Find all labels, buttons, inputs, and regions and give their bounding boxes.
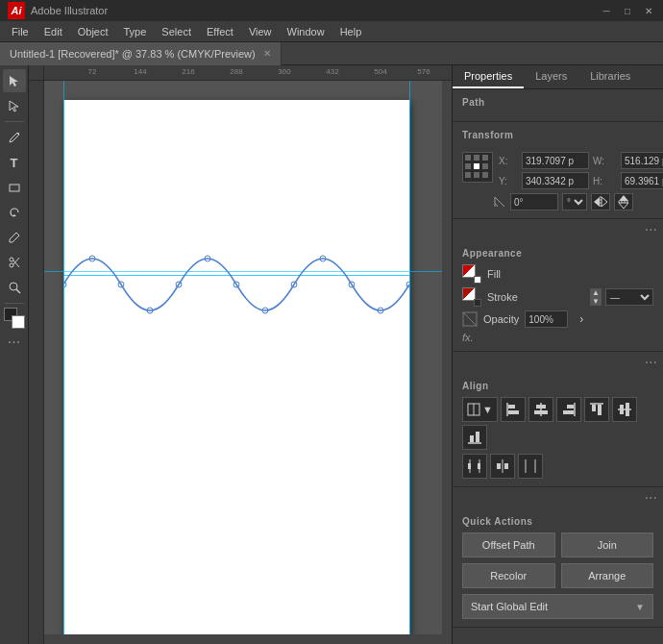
ruler-top-inner: 72 144 216 288 360 432 504 576 [44, 65, 452, 80]
svg-rect-40 [534, 410, 548, 414]
app-name: Adobe Illustrator [31, 5, 108, 16]
toolbar-separator-2 [5, 303, 24, 304]
tool-rotate[interactable] [3, 201, 26, 224]
menu-object[interactable]: Object [70, 24, 116, 39]
stroke-controls: ▲ ▼ — [590, 288, 653, 306]
tab-layers[interactable]: Layers [524, 65, 578, 88]
arrange-button[interactable]: Arrange [561, 563, 654, 588]
angle-input[interactable] [510, 193, 558, 211]
w-input[interactable] [621, 152, 663, 169]
menu-edit[interactable]: Edit [37, 24, 70, 39]
document-tab[interactable]: Untitled-1 [Recovered]* @ 37.83 % (CMYK/… [0, 42, 282, 65]
tab-libraries[interactable]: Libraries [578, 65, 642, 88]
flip-horizontal-button[interactable] [591, 193, 610, 211]
align-more-button[interactable]: ··· [453, 487, 663, 508]
artboard: Guide [63, 100, 409, 634]
stroke-decrease-button[interactable]: ▼ [590, 297, 602, 306]
tool-pencil[interactable] [3, 226, 26, 249]
ruler-mark-576: 576 [417, 67, 430, 76]
align-bottom-button[interactable] [462, 425, 487, 450]
h-input[interactable] [621, 172, 663, 189]
canvas-container[interactable]: Guide [44, 81, 442, 634]
tool-zoom[interactable] [3, 276, 26, 299]
x-label: X: [499, 156, 518, 166]
stroke-increase-button[interactable]: ▲ [590, 288, 602, 297]
opacity-label: Opacity [483, 313, 519, 325]
scrollbar-bottom[interactable] [44, 634, 442, 644]
stroke-stepper: ▲ ▼ [590, 288, 602, 306]
distribute-left-button[interactable] [462, 454, 487, 479]
w-label: W: [593, 156, 617, 166]
svg-rect-42 [567, 405, 574, 409]
tool-pen[interactable] [3, 126, 26, 149]
svg-rect-59 [504, 463, 508, 469]
tool-scissors[interactable] [3, 251, 26, 274]
menu-view[interactable]: View [241, 24, 280, 39]
distribute-right-button[interactable] [518, 454, 543, 479]
transform-title: Transform [462, 130, 513, 140]
canvas-area[interactable]: 72 144 216 288 360 432 504 576 1 2 3 4 5… [29, 65, 452, 644]
scrollbar-right[interactable] [442, 81, 452, 644]
fill-stroke-swatch[interactable] [4, 308, 25, 329]
menu-select[interactable]: Select [154, 24, 199, 39]
x-input[interactable] [522, 152, 589, 169]
angle-icon [493, 195, 506, 209]
panel-tabs: Properties Layers Libraries [453, 65, 663, 89]
offset-path-button[interactable]: Offset Path [462, 533, 555, 557]
distribute-center-h-button[interactable] [490, 454, 515, 479]
stroke-weight-select[interactable]: — [605, 288, 653, 306]
ruler-left: 1 2 3 4 5 6 7 8 [29, 81, 44, 644]
svg-rect-51 [470, 435, 474, 442]
ruler-mark-288: 288 [230, 67, 242, 76]
recolor-button[interactable]: Recolor [462, 563, 555, 588]
ruler-mark-144: 144 [134, 67, 146, 76]
transform-reference-point[interactable] [462, 152, 493, 183]
wave-path-svg: Guide [63, 100, 409, 634]
start-global-edit-button[interactable]: Start Global Edit ▼ [462, 594, 653, 619]
menu-type[interactable]: Type [116, 24, 155, 39]
menu-window[interactable]: Window [280, 24, 332, 39]
appearance-more-button[interactable]: ··· [453, 352, 663, 373]
align-top-button[interactable] [584, 397, 609, 422]
tab-close-button[interactable]: ✕ [263, 48, 271, 59]
menu-effect[interactable]: Effect [199, 24, 241, 39]
close-button[interactable]: ✕ [642, 4, 655, 17]
fill-row: Fill [462, 264, 653, 284]
stroke-icon[interactable] [462, 287, 481, 307]
ruler-top: 72 144 216 288 360 432 504 576 [44, 65, 452, 81]
svg-point-0 [17, 133, 19, 135]
align-right-button[interactable] [556, 397, 581, 422]
menu-help[interactable]: Help [332, 24, 370, 39]
svg-rect-56 [478, 463, 480, 469]
opacity-input[interactable] [525, 310, 568, 328]
angle-select[interactable]: ° [562, 193, 587, 211]
tab-properties[interactable]: Properties [453, 65, 524, 88]
menu-bar: File Edit Object Type Select Effect View… [0, 21, 663, 42]
tool-direct-select[interactable] [3, 94, 26, 117]
tool-shape[interactable] [3, 176, 26, 199]
tool-select[interactable] [3, 69, 26, 92]
align-center-h-button[interactable] [528, 397, 553, 422]
fill-icon[interactable] [462, 264, 481, 284]
align-center-v-button[interactable] [612, 397, 637, 422]
maximize-button[interactable]: □ [621, 4, 634, 17]
tool-type[interactable]: T [3, 151, 26, 174]
align-to-dropdown[interactable]: ▼ [462, 397, 498, 422]
app-logo: Ai [8, 2, 25, 19]
transform-more-button[interactable]: ··· [453, 219, 663, 240]
tool-more[interactable]: ··· [8, 334, 20, 350]
y-input[interactable] [522, 172, 589, 189]
global-edit-dropdown-arrow: ▼ [635, 602, 645, 612]
appearance-title: Appearance [462, 248, 653, 259]
align-left-button[interactable] [501, 397, 526, 422]
ruler-mark-360: 360 [278, 67, 290, 76]
join-button[interactable]: Join [561, 533, 654, 557]
stroke-row: Stroke ▲ ▼ — [462, 287, 653, 307]
flip-vertical-button[interactable] [614, 193, 633, 211]
menu-file[interactable]: File [4, 24, 37, 39]
distribute-row [462, 454, 653, 479]
minimize-button[interactable]: ─ [600, 4, 613, 17]
svg-rect-43 [563, 410, 574, 414]
opacity-slider-button[interactable]: › [574, 311, 589, 327]
quick-actions-section: Quick Actions Offset Path Join Recolor A… [453, 508, 663, 628]
